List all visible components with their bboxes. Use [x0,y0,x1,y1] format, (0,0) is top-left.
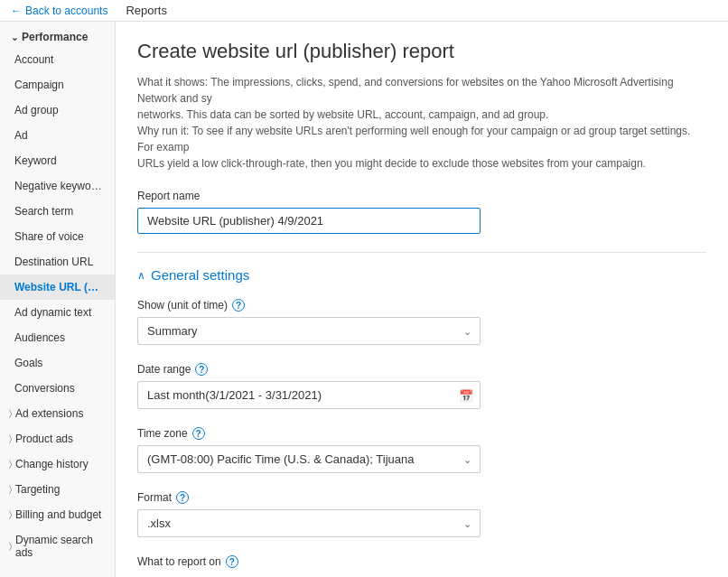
sidebar-item-ad-dynamic-text[interactable]: Ad dynamic text [0,300,115,325]
date-range-wrapper: 📅 [137,381,481,409]
description-block: What it shows: The impressions, clicks, … [137,74,706,172]
sidebar-item-share-of-voice[interactable]: Share of voice [0,224,115,249]
timezone-label: Time zone [137,427,188,440]
report-name-input[interactable] [137,208,481,234]
page-title: Create website url (publisher) report [137,40,706,63]
change-history-chevron-icon: 〉 [9,459,12,470]
general-settings-label: General settings [151,267,249,283]
sidebar-group-product-ads[interactable]: 〉 Product ads [0,426,115,451]
date-range-input[interactable] [137,381,481,409]
general-settings-header: ∧ General settings [137,267,706,283]
report-name-label: Report name [137,190,706,202]
sidebar-item-search-term[interactable]: Search term [0,199,115,224]
date-range-label: Date range [137,363,191,376]
ad-extensions-chevron-icon: 〉 [9,408,12,419]
sidebar-performance-label: Performance [22,31,88,43]
what-to-report-container: What to report on ? [137,555,706,568]
sidebar-item-ad-group[interactable]: Ad group [0,98,115,123]
sidebar-item-website-url[interactable]: Website URL (publi [0,275,115,300]
format-help-icon[interactable]: ? [176,491,189,504]
timezone-help-icon[interactable]: ? [192,427,205,440]
timezone-label-container: Time zone ? [137,427,706,440]
sidebar-item-goals[interactable]: Goals [0,350,115,376]
sidebar: ⌄ Performance Account Campaign Ad group … [0,22,116,577]
sidebar-item-campaign[interactable]: Campaign [0,72,115,98]
show-label: Show (unit of time) [137,299,228,312]
what-to-report-help-icon[interactable]: ? [226,555,238,568]
timezone-select[interactable]: (GMT-08:00) Pacific Time (U.S. & Canada)… [137,445,481,473]
description-line3: Why run it: To see if any website URLs a… [137,123,706,155]
format-label-container: Format ? [137,491,706,504]
sidebar-group-targeting[interactable]: 〉 Targeting [0,477,115,502]
date-range-help-icon[interactable]: ? [195,363,208,376]
report-name-group: Report name [137,190,706,234]
sidebar-item-keyword[interactable]: Keyword [0,148,115,173]
sidebar-item-destination-url[interactable]: Destination URL [0,249,115,275]
divider [137,252,706,253]
date-range-group: Date range ? 📅 [137,363,706,409]
targeting-chevron-icon: 〉 [9,484,12,495]
sidebar-item-negative-keyword[interactable]: Negative keyword co [0,173,115,199]
billing-chevron-icon: 〉 [9,509,12,520]
sidebar-group-dynamic-search-ads[interactable]: 〉 Dynamic search ads [0,527,115,565]
description-line2: networks. This data can be sorted by web… [137,107,706,123]
back-arrow-icon: ← [11,5,22,17]
timezone-select-wrapper: (GMT-08:00) Pacific Time (U.S. & Canada)… [137,445,481,473]
format-label: Format [137,491,172,504]
sidebar-group-ad-extensions[interactable]: 〉 Ad extensions [0,401,115,426]
description-line1: What it shows: The impressions, clicks, … [137,74,706,107]
content-area: Create website url (publisher) report Wh… [116,22,728,577]
timezone-group: Time zone ? (GMT-08:00) Pacific Time (U.… [137,427,706,473]
sidebar-group-dsa-label: Dynamic search ads [15,534,104,559]
sidebar-item-conversions[interactable]: Conversions [0,376,115,401]
back-to-accounts-link[interactable]: ← Back to accounts [11,5,107,17]
sidebar-group-product-ads-label: Product ads [15,433,73,445]
show-group: Show (unit of time) ? Summary Daily Week… [137,299,706,345]
dsa-chevron-icon: 〉 [9,541,12,552]
format-group: Format ? .xlsx .csv .tsv ⌄ [137,491,706,537]
top-bar: ← Back to accounts Reports [0,0,728,22]
date-range-label-container: Date range ? [137,363,706,376]
sidebar-group-billing[interactable]: 〉 Billing and budget [0,502,115,527]
sidebar-item-audiences[interactable]: Audiences [0,325,115,350]
format-select[interactable]: .xlsx .csv .tsv [137,509,481,537]
sidebar-group-targeting-label: Targeting [15,483,60,496]
show-help-icon[interactable]: ? [232,299,245,312]
sidebar-group-change-history-label: Change history [15,458,89,470]
sidebar-item-ad[interactable]: Ad [0,123,115,148]
back-label: Back to accounts [25,5,107,17]
sidebar-item-account[interactable]: Account [0,47,115,72]
reports-label: Reports [126,4,167,17]
main-layout: ⌄ Performance Account Campaign Ad group … [0,22,728,577]
description-line4: URLs yield a low click-through-rate, the… [137,155,706,172]
sidebar-group-billing-label: Billing and budget [15,508,101,521]
what-to-report-label: What to report on [137,555,221,568]
show-select[interactable]: Summary Daily Weekly Monthly [137,317,481,345]
sidebar-performance-header[interactable]: ⌄ Performance [0,22,115,47]
show-select-wrapper: Summary Daily Weekly Monthly ⌄ [137,317,481,345]
general-settings-chevron-icon: ∧ [137,269,145,282]
product-ads-chevron-icon: 〉 [9,433,12,444]
performance-chevron-icon: ⌄ [11,33,18,42]
show-label-container: Show (unit of time) ? [137,299,706,312]
format-select-wrapper: .xlsx .csv .tsv ⌄ [137,509,481,537]
sidebar-group-change-history[interactable]: 〉 Change history [0,451,115,477]
sidebar-group-ad-extensions-label: Ad extensions [15,407,83,420]
